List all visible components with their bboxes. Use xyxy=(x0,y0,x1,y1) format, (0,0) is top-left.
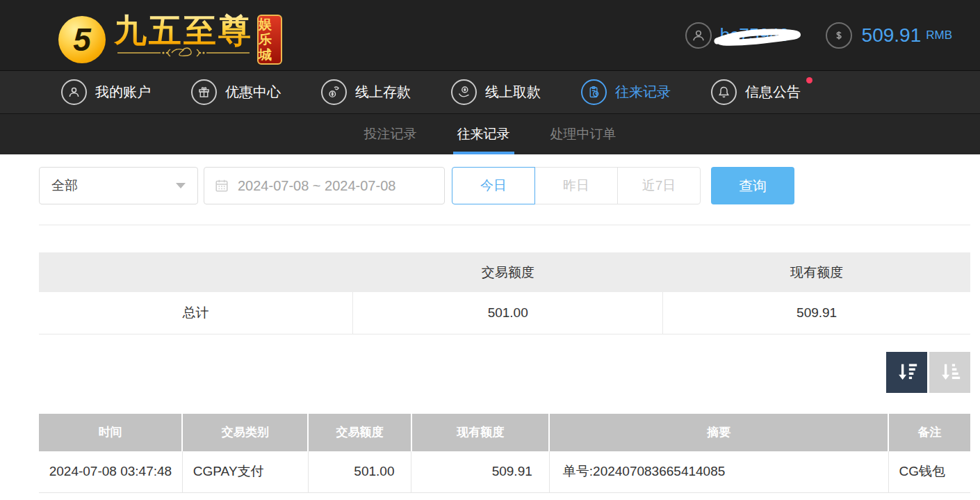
brand-block: 九五至尊 xyxy=(114,12,253,59)
nav-item-deposit[interactable]: 线上存款 xyxy=(321,79,411,105)
nav-label: 信息公告 xyxy=(745,83,801,102)
top-bar: 5 九五至尊 娱乐城 xyxy=(0,0,980,70)
records-header-summary: 摘要 xyxy=(549,414,888,451)
account-area: bc75940 509.91 RMB xyxy=(685,0,952,70)
record-time: 2024-07-08 03:47:48 xyxy=(39,451,182,493)
withdraw-icon xyxy=(451,79,477,105)
deposit-icon xyxy=(321,79,347,105)
logo-95-icon: 5 xyxy=(58,16,106,63)
range-last7-button[interactable]: 近7日 xyxy=(617,167,701,204)
records-header-trade-amount: 交易额度 xyxy=(308,414,411,451)
site-logo[interactable]: 5 九五至尊 娱乐城 xyxy=(58,6,282,65)
quick-range-group: 今日 昨日 近7日 xyxy=(452,167,701,204)
sort-ascending-icon xyxy=(938,360,962,384)
date-range-value: 2024-07-08 ~ 2024-07-08 xyxy=(238,178,395,194)
nav-label: 优惠中心 xyxy=(225,83,281,102)
record-current-amount: 509.91 xyxy=(411,451,549,493)
records-header-type: 交易类别 xyxy=(182,414,308,451)
nav-item-promotions[interactable]: 优惠中心 xyxy=(191,79,281,105)
summary-total-trade-amount: 501.00 xyxy=(353,292,663,334)
logo-symbol: 5 xyxy=(73,21,91,58)
range-today-button[interactable]: 今日 xyxy=(452,167,535,204)
record-type: CGPAY支付 xyxy=(182,451,308,493)
record-note: CG钱包 xyxy=(888,451,970,493)
records-icon xyxy=(581,79,607,105)
wallet-group[interactable]: 509.91 RMB xyxy=(826,22,952,49)
username-text[interactable]: bc75940 xyxy=(720,24,790,46)
balance-currency: RMB xyxy=(926,29,952,42)
summary-header-empty xyxy=(39,252,353,292)
nav-label: 线上取款 xyxy=(485,83,541,102)
summary-total-label: 总计 xyxy=(39,292,353,334)
summary-header-current-amount: 现有额度 xyxy=(663,252,970,292)
filter-bar: 全部 2024-07-08 ~ 2024-07-08 今日 昨日 近7日 xyxy=(39,167,970,204)
query-button[interactable]: 查询 xyxy=(711,167,794,204)
chevron-down-icon xyxy=(176,183,186,188)
sort-descending-icon xyxy=(895,360,919,384)
records-header-note: 备注 xyxy=(888,414,970,451)
nav-label: 我的账户 xyxy=(95,83,151,102)
sort-descending-button[interactable] xyxy=(886,352,927,393)
nav-label: 往来记录 xyxy=(615,83,671,102)
tab-transaction-records[interactable]: 往来记录 xyxy=(453,114,514,154)
records-header-current-amount: 现有额度 xyxy=(411,414,549,451)
record-summary: 单号:202407083665414085 xyxy=(549,451,888,493)
calendar-icon xyxy=(214,178,229,193)
record-trade-amount: 501.00 xyxy=(308,451,411,493)
nav-item-withdraw[interactable]: 线上取款 xyxy=(451,79,541,105)
main-nav: 我的账户 优惠中心 线上存款 xyxy=(0,70,980,113)
summary-total-current-amount: 509.91 xyxy=(663,292,970,334)
brand-name: 九五至尊 xyxy=(114,12,253,49)
summary-header-trade-amount: 交易额度 xyxy=(353,252,663,292)
section-divider xyxy=(39,225,970,225)
type-select[interactable]: 全部 xyxy=(39,167,198,204)
notification-dot xyxy=(806,77,812,83)
nav-item-my-account[interactable]: 我的账户 xyxy=(61,79,151,105)
brand-badge: 娱乐城 xyxy=(257,15,282,65)
tab-betting-records[interactable]: 投注记录 xyxy=(360,114,421,154)
summary-table: 交易额度 现有额度 总计 501.00 509.91 xyxy=(39,252,970,334)
flourish-ornament-icon xyxy=(117,47,250,59)
tab-pending-orders[interactable]: 处理中订单 xyxy=(546,114,621,154)
user-icon xyxy=(61,79,87,105)
balance-amount: 509.91 xyxy=(862,24,922,47)
gift-icon xyxy=(191,79,217,105)
bell-icon xyxy=(711,79,737,105)
summary-total-row: 总计 501.00 509.91 xyxy=(39,292,970,334)
user-avatar-icon[interactable] xyxy=(685,22,712,49)
table-row: 2024-07-08 03:47:48 CGPAY支付 501.00 509.9… xyxy=(39,451,970,493)
records-header-row: 时间 交易类别 交易额度 现有额度 摘要 备注 xyxy=(39,414,970,451)
records-table: 时间 交易类别 交易额度 现有额度 摘要 备注 2024-07-08 03:47… xyxy=(39,414,970,494)
type-select-value: 全部 xyxy=(51,177,78,195)
nav-label: 线上存款 xyxy=(355,83,411,102)
sort-ascending-button[interactable] xyxy=(929,352,970,393)
sort-toolbar xyxy=(0,352,970,393)
summary-header-row: 交易额度 现有额度 xyxy=(39,252,970,292)
nav-item-announcements[interactable]: 信息公告 xyxy=(711,79,801,105)
nav-item-transaction-records[interactable]: 往来记录 xyxy=(581,79,671,105)
date-range-input[interactable]: 2024-07-08 ~ 2024-07-08 xyxy=(204,167,445,204)
range-yesterday-button[interactable]: 昨日 xyxy=(534,167,618,204)
dollar-coin-icon xyxy=(826,22,852,49)
record-tabs: 投注记录 往来记录 处理中订单 xyxy=(0,113,980,154)
records-header-time: 时间 xyxy=(39,414,182,451)
